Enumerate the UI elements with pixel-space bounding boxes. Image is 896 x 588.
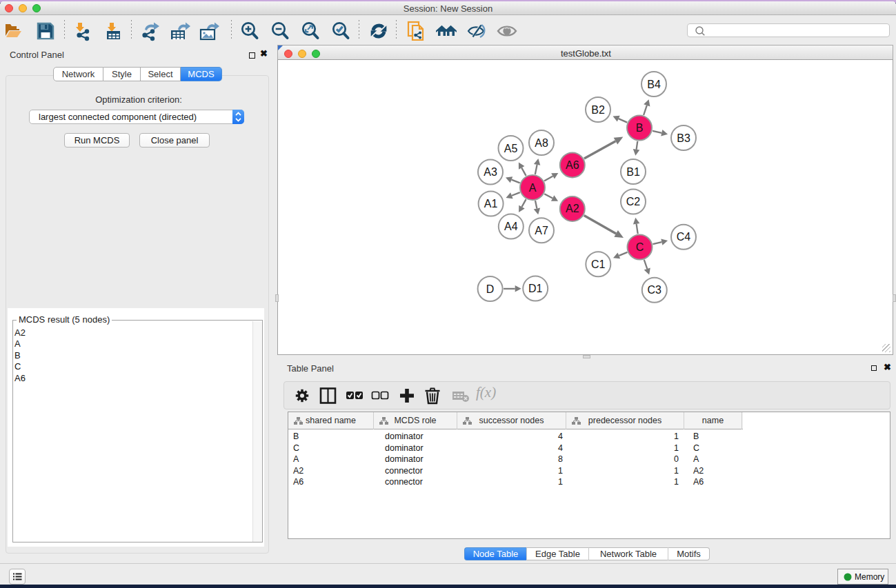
svg-text:A8: A8 [535,137,548,149]
svg-text:C3: C3 [648,284,662,296]
svg-text:A3: A3 [484,166,497,178]
svg-text:C: C [636,241,644,253]
svg-text:B4: B4 [647,79,661,90]
svg-text:B2: B2 [591,104,605,116]
svg-text:C1: C1 [591,258,606,270]
svg-text:A5: A5 [504,143,518,154]
svg-text:A: A [529,182,537,194]
svg-text:B3: B3 [677,132,690,144]
svg-text:B: B [636,122,644,134]
svg-text:B1: B1 [626,166,640,178]
svg-text:C2: C2 [626,196,641,207]
svg-text:A6: A6 [566,159,579,171]
svg-text:D1: D1 [528,283,543,294]
svg-text:A1: A1 [484,198,498,210]
svg-text:A4: A4 [504,221,518,232]
svg-text:A2: A2 [566,203,579,214]
svg-text:D: D [486,283,495,295]
svg-text:C4: C4 [677,231,691,243]
svg-text:A7: A7 [535,225,548,236]
